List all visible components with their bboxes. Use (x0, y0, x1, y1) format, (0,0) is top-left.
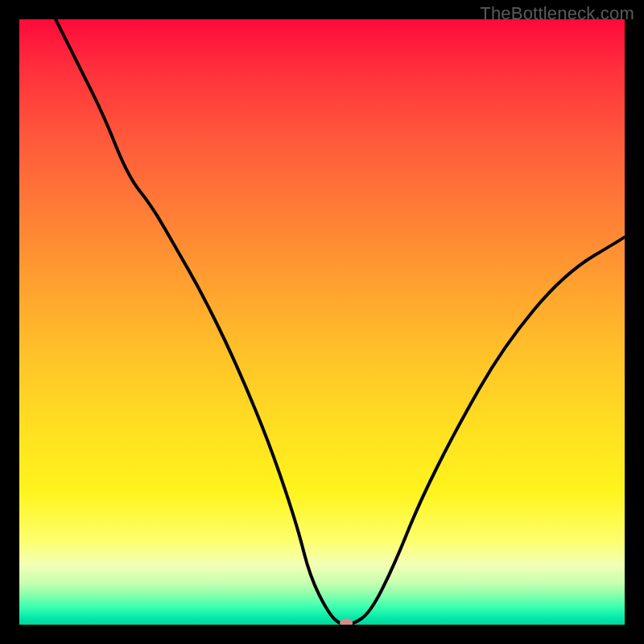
plot-svg (19, 19, 625, 625)
minimum-marker (340, 618, 353, 625)
watermark-text: TheBottleneck.com (480, 3, 634, 24)
bottleneck-curve (56, 19, 625, 625)
chart-stage: TheBottleneck.com (0, 0, 644, 644)
plot-frame (19, 19, 625, 625)
